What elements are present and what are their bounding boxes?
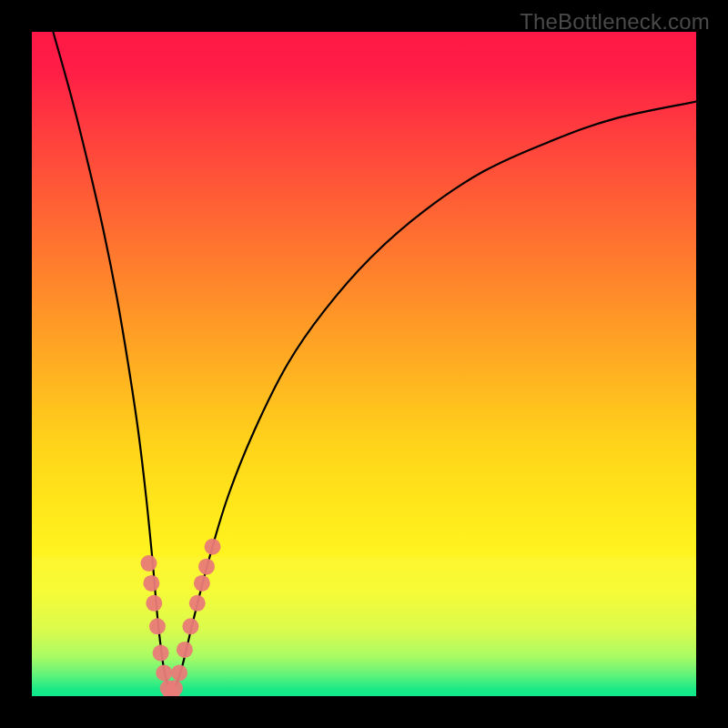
data-marker xyxy=(198,559,215,575)
data-marker xyxy=(143,575,159,592)
plot-area xyxy=(32,32,696,696)
data-marker xyxy=(140,555,157,571)
data-marker xyxy=(177,642,193,658)
data-marker xyxy=(153,645,169,662)
data-marker xyxy=(182,618,198,634)
data-marker xyxy=(189,595,206,612)
data-marker xyxy=(194,575,210,592)
data-marker xyxy=(205,539,221,555)
chart-frame: TheBottleneck.com xyxy=(0,0,728,728)
data-marker xyxy=(156,664,172,681)
data-marker xyxy=(149,618,166,634)
chart-svg xyxy=(32,32,696,696)
data-marker xyxy=(146,595,162,612)
data-markers-group xyxy=(140,539,220,696)
data-marker xyxy=(171,664,187,681)
curve-right xyxy=(171,102,696,696)
data-marker xyxy=(167,680,183,696)
watermark-text: TheBottleneck.com xyxy=(520,9,710,35)
